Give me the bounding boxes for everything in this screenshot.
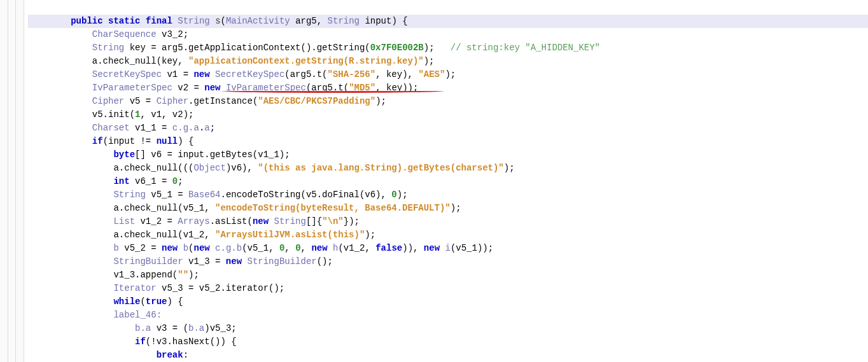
code-line[interactable]: if(!v3.hasNext()) { (28, 335, 868, 349)
code-line[interactable]: String key = arg5.getApplicationContext(… (28, 41, 868, 55)
code-line[interactable]: int v6_1 = 0; (28, 175, 868, 188)
code-line[interactable]: byte[] v6 = input.getBytes(v1_1); (28, 148, 868, 162)
code-line[interactable]: public static final String s(MainActivit… (28, 15, 868, 28)
code-line[interactable]: StringBuilder v1_3 = new StringBuilder()… (28, 255, 868, 268)
code-line[interactable]: List v1_2 = Arrays.asList(new String[]{"… (28, 215, 868, 228)
code-line[interactable]: CharSequence v3_2; (28, 28, 868, 41)
code-line[interactable]: a.check_null(v1_2, "ArraysUtilJVM.asList… (28, 228, 868, 242)
gutter-breakpoint-col[interactable] (16, 0, 24, 362)
code-line[interactable]: a.check_null(v5_1, "encodeToString(byteR… (28, 202, 868, 215)
code-line[interactable]: v5.init(1, v1, v2); (28, 108, 868, 122)
code-editor[interactable]: public static final String s(MainActivit… (24, 0, 868, 362)
gutter (0, 0, 24, 362)
code-line[interactable]: IvParameterSpec v2 = new IvParameterSpec… (28, 81, 868, 95)
code-line[interactable]: b.a v3 = (b.a)v5_3; (28, 322, 868, 335)
gutter-fold-col[interactable] (0, 0, 8, 362)
code-line[interactable]: a.check_null(key, "applicationContext.ge… (28, 55, 868, 68)
code-line[interactable]: while(true) { (28, 295, 868, 309)
code-line[interactable]: Iterator v5_3 = v5_2.iterator(); (28, 282, 868, 295)
gutter-bookmark-col[interactable] (8, 0, 17, 362)
code-line[interactable]: label_46: (28, 309, 868, 322)
code-line[interactable]: SecretKeySpec v1 = new SecretKeySpec(arg… (28, 68, 868, 81)
code-line[interactable]: v1_3.append(""); (28, 268, 868, 282)
code-line[interactable]: String v5_1 = Base64.encodeToString(v5.d… (28, 188, 868, 202)
code-line[interactable]: a.check_null(((Object)v6), "(this as jav… (28, 162, 868, 175)
code-line[interactable]: Charset v1_1 = c.g.a.a; (28, 122, 868, 135)
code-line[interactable]: break: (28, 349, 868, 362)
code-line[interactable]: Cipher v5 = Cipher.getInstance("AES/CBC/… (28, 95, 868, 108)
code-line[interactable]: b v5_2 = new b(new c.g.b(v5_1, 0, 0, new… (28, 242, 868, 255)
code-line[interactable]: if(input != null) { (28, 135, 868, 148)
